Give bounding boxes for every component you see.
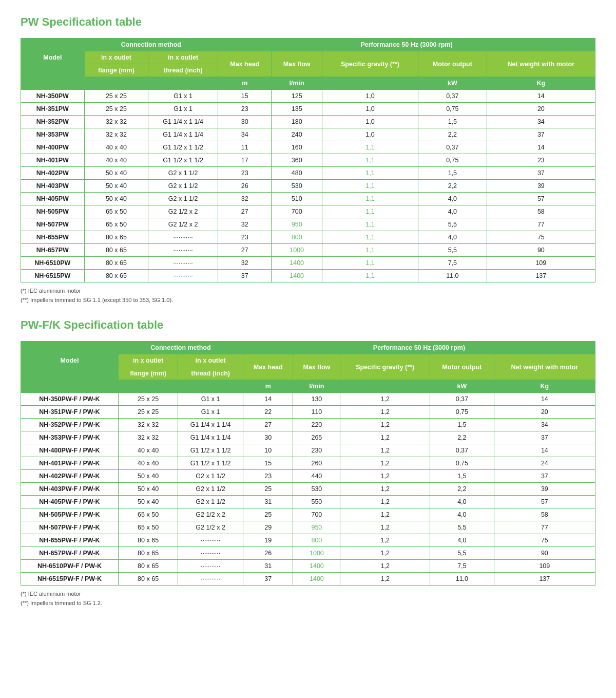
max-flow-cell: 480: [272, 167, 322, 180]
sg-cell2: 1,2: [340, 573, 430, 586]
flange-cell: 25 x 25: [84, 90, 148, 103]
motor-cell2: 5,5: [430, 521, 494, 534]
weight-cell2: 37: [494, 431, 595, 444]
max-flow-cell2: 265: [293, 431, 340, 444]
flange-cell2: 50 x 40: [118, 496, 178, 508]
max-flow-cell2: 550: [293, 496, 340, 508]
thread-cell: G2 1/2 x 2: [148, 205, 218, 218]
max-head-cell2: 29: [243, 521, 293, 534]
sg-cell2: 1,2: [340, 393, 430, 406]
performance-header: Performance 50 Hz (3000 rpm): [218, 39, 595, 51]
sg-cell: 1,1: [322, 231, 418, 244]
sg-cell2: 1,2: [340, 444, 430, 457]
weight-cell2: 24: [494, 457, 595, 470]
table-row: NH-6510PW-F / PW-K 80 x 65 ··········· 3…: [21, 560, 595, 573]
max-flow-cell: 800: [272, 231, 322, 244]
thread-cell2: ···········: [178, 560, 243, 573]
max-head-cell2: 37: [243, 573, 293, 586]
weight-cell: 58: [487, 205, 595, 218]
table-row: NH-6515PW-F / PW-K 80 x 65 ··········· 3…: [21, 573, 595, 586]
weight-cell: 137: [487, 270, 595, 282]
table2: Model Connection method Performance 50 H…: [21, 341, 595, 586]
model-cell: NH-507PW: [21, 218, 85, 231]
motor-cell2: 11,0: [430, 573, 494, 586]
m-unit-header: m: [218, 77, 272, 90]
sg-cell: 1,1: [322, 167, 418, 180]
sg-cell: 1,0: [322, 116, 418, 128]
lmin-unit-header: l/min: [272, 77, 322, 90]
flange-cell: 65 x 50: [84, 205, 148, 218]
table2-title: PW-F/K Specification table: [21, 318, 595, 332]
flange-cell2: 32 x 32: [118, 419, 178, 431]
table-row: NH-507PW-F / PW-K 65 x 50 G2 1/2 x 2 29 …: [21, 521, 595, 534]
weight-cell: 109: [487, 257, 595, 270]
thread-cell: G2 x 1 1/2: [148, 193, 218, 205]
max-flow-cell: 950: [272, 218, 322, 231]
max-head-cell2: 19: [243, 534, 293, 547]
table-row: NH-401PW-F / PW-K 40 x 40 G1 1/2 x 1 1/2…: [21, 457, 595, 470]
model-cell: NH-505PW: [21, 205, 85, 218]
thread-cell: G2 x 1 1/2: [148, 167, 218, 180]
table-row: NH-403PW 50 x 40 G2 x 1 1/2 26 530 1,1 2…: [21, 180, 595, 193]
table-row: NH-353PW 32 x 32 G1 1/4 x 1 1/4 34 240 1…: [21, 128, 595, 141]
weight-cell: 20: [487, 103, 595, 116]
flange-cell2: 25 x 25: [118, 406, 178, 419]
flange-cell2: 80 x 65: [118, 560, 178, 573]
max-flow-cell2: 1400: [293, 560, 340, 573]
table2-footnote1: (*) IEC aluminium motor: [21, 591, 595, 597]
flange-cell: 25 x 25: [84, 103, 148, 116]
max-flow-cell2: 1000: [293, 547, 340, 560]
sg-cell: 1,0: [322, 128, 418, 141]
thread-cell2: G1 1/4 x 1 1/4: [178, 431, 243, 444]
table-row: NH-351PW-F / PW-K 25 x 25 G1 x 1 22 110 …: [21, 406, 595, 419]
max-flow-cell2: 230: [293, 444, 340, 457]
max-head-cell: 27: [218, 205, 272, 218]
motor-cell2: 0,37: [430, 444, 494, 457]
table2-footnote2: (**) Impellers trimmed to SG 1.2.: [21, 600, 595, 606]
flange-cell2: 40 x 40: [118, 457, 178, 470]
max-flow-cell2: 440: [293, 470, 340, 483]
kg-unit-header2: Kg: [494, 380, 595, 393]
sg-cell: 1,1: [322, 270, 418, 282]
max-head-cell: 11: [218, 141, 272, 154]
sg-cell: 1,1: [322, 218, 418, 231]
thread-cell2: G2 x 1 1/2: [178, 496, 243, 508]
table-row: NH-6515PW 80 x 65 ··········· 37 1400 1,…: [21, 270, 595, 282]
flange-cell: 50 x 40: [84, 193, 148, 205]
motor-cell2: 4,0: [430, 534, 494, 547]
table-row: NH-505PW-F / PW-K 65 x 50 G2 1/2 x 2 25 …: [21, 508, 595, 521]
model-cell2: NH-400PW-F / PW-K: [21, 444, 119, 457]
sg-cell2: 1,2: [340, 483, 430, 496]
motor-output-header: Motor output: [418, 51, 487, 77]
sg-cell: 1,1: [322, 154, 418, 167]
max-flow-cell2: 130: [293, 393, 340, 406]
flange-cell: 32 x 32: [84, 116, 148, 128]
thread-cell: G1 1/4 x 1 1/4: [148, 116, 218, 128]
weight-cell2: 77: [494, 521, 595, 534]
flange-cell: 40 x 40: [84, 154, 148, 167]
weight-cell2: 109: [494, 560, 595, 573]
weight-cell2: 14: [494, 444, 595, 457]
connection-method-header2: Connection method: [118, 342, 243, 354]
model-header: Model: [21, 39, 85, 77]
thread-cell2: G1 x 1: [178, 393, 243, 406]
model-cell2: NH-505PW-F / PW-K: [21, 508, 119, 521]
max-flow-cell2: 800: [293, 534, 340, 547]
table-row: NH-505PW 65 x 50 G2 1/2 x 2 27 700 1,1 4…: [21, 205, 595, 218]
table-row: NH-655PW 80 x 65 ··········· 23 800 1,1 …: [21, 231, 595, 244]
sg-cell: 1,1: [322, 193, 418, 205]
motor-cell: 5,5: [418, 244, 487, 257]
weight-cell: 14: [487, 141, 595, 154]
max-head-header2: Max head: [243, 354, 293, 380]
max-head-cell2: 27: [243, 419, 293, 431]
thread-cell2: G2 x 1 1/2: [178, 483, 243, 496]
max-head-cell2: 15: [243, 457, 293, 470]
flange-cell: 80 x 65: [84, 231, 148, 244]
max-head-cell: 23: [218, 231, 272, 244]
model-cell: NH-6515PW: [21, 270, 85, 282]
flange-cell: 65 x 50: [84, 218, 148, 231]
flange-mm-header2: flange (mm): [118, 367, 178, 380]
motor-cell: 4,0: [418, 231, 487, 244]
sg-unit-header2: [340, 380, 430, 393]
flange-cell: 50 x 40: [84, 180, 148, 193]
